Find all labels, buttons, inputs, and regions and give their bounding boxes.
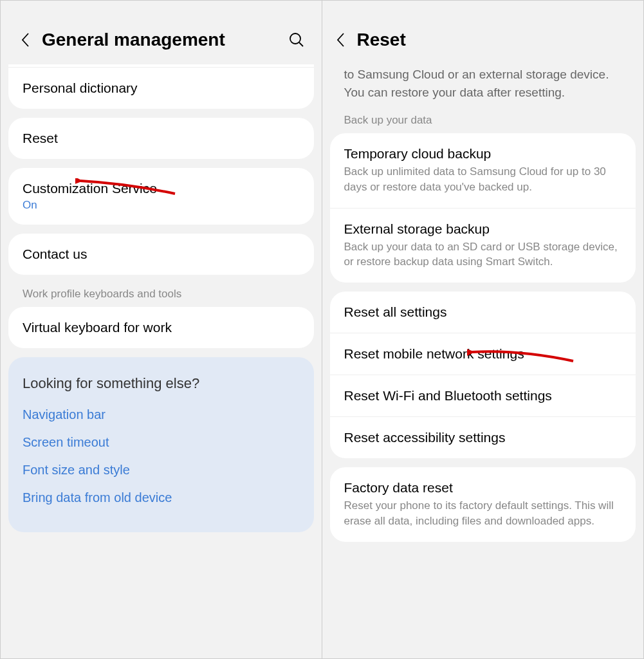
personal-dictionary-item[interactable]: Personal dictionary [8,67,314,109]
page-title: Reset [357,30,629,50]
suggest-link-navigation-bar[interactable]: Navigation bar [23,407,300,422]
suggest-link-screen-timeout[interactable]: Screen timeout [23,435,300,450]
item-label: Factory data reset [344,480,622,496]
work-group: Virtual keyboard for work [8,307,314,348]
suggestions-title: Looking for something else? [23,375,300,392]
reset-item[interactable]: Reset [8,118,314,159]
item-label: Reset Wi-Fi and Bluetooth settings [344,388,622,404]
chevron-left-icon [335,32,347,48]
reset-options-group: Reset all settings Reset mobile network … [330,292,636,458]
item-label: Reset accessibility settings [344,430,622,445]
reset-all-settings-item[interactable]: Reset all settings [330,292,636,333]
backup-section-label: Back up your data [330,110,636,133]
general-management-screen: General management Personal dictionary R… [1,1,322,658]
intro-text: to Samsung Cloud or an external storage … [330,64,636,110]
item-description: Reset your phone to its factory default … [344,498,622,529]
reset-mobile-network-item[interactable]: Reset mobile network settings [330,333,636,375]
item-label: Virtual keyboard for work [23,320,300,335]
item-label: Personal dictionary [23,80,300,96]
header: Reset [322,1,644,64]
reset-group: Reset [8,118,314,159]
temporary-cloud-backup-item[interactable]: Temporary cloud backup Back up unlimited… [330,133,636,209]
reset-accessibility-item[interactable]: Reset accessibility settings [330,417,636,458]
external-storage-backup-item[interactable]: External storage backup Back up your dat… [330,209,636,283]
reset-screen: Reset to Samsung Cloud or an external st… [322,1,644,658]
item-status: On [23,199,300,212]
item-label: Customization Service [23,181,300,196]
item-label: Contact us [23,246,300,262]
backup-group: Temporary cloud backup Back up unlimited… [330,133,636,283]
suggestions-card: Looking for something else? Navigation b… [8,357,314,532]
work-profile-label: Work profile keyboards and tools [8,284,314,307]
item-description: Back up unlimited data to Samsung Cloud … [344,164,622,195]
page-title: General management [42,30,287,50]
customization-service-item[interactable]: Customization Service On [8,168,314,225]
suggest-link-font-size[interactable]: Font size and style [23,463,300,478]
svg-point-0 [290,33,300,44]
item-label: External storage backup [344,221,622,237]
item-label: Reset [23,131,300,146]
search-icon [288,32,305,48]
virtual-keyboard-work-item[interactable]: Virtual keyboard for work [8,307,314,348]
item-label: Reset all settings [344,304,622,320]
customization-group: Customization Service On [8,168,314,225]
back-button[interactable] [331,30,351,50]
chevron-left-icon [20,32,32,48]
item-label: Reset mobile network settings [344,346,622,362]
first-group: Personal dictionary [8,64,314,109]
contact-group: Contact us [8,234,314,275]
reset-wifi-bluetooth-item[interactable]: Reset Wi-Fi and Bluetooth settings [330,375,636,417]
back-button[interactable] [16,30,35,50]
suggest-link-bring-data[interactable]: Bring data from old device [23,490,300,505]
header: General management [1,1,322,68]
item-label: Temporary cloud backup [344,146,622,162]
svg-line-1 [299,42,303,46]
factory-data-reset-item[interactable]: Factory data reset Reset your phone to i… [330,467,636,542]
item-description: Back up your data to an SD card or USB s… [344,239,622,270]
factory-reset-group: Factory data reset Reset your phone to i… [330,467,636,542]
contact-us-item[interactable]: Contact us [8,234,314,275]
search-button[interactable] [287,30,306,50]
